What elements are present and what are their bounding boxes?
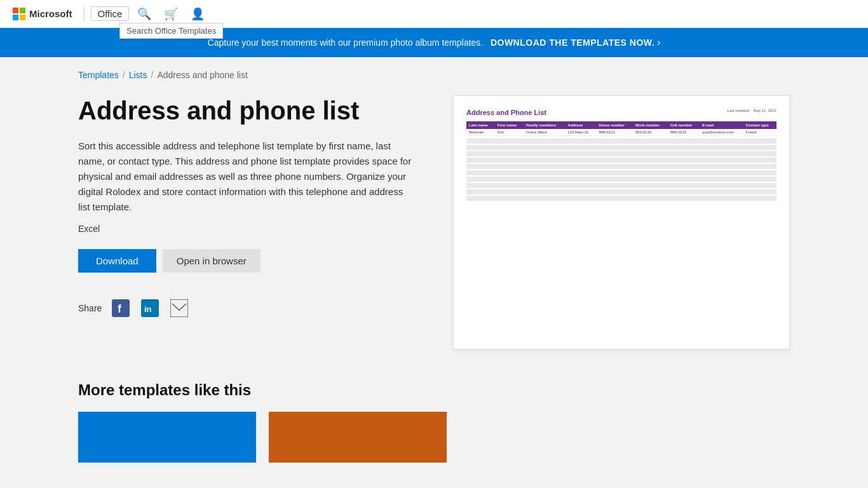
cell-cell-number: 888-0133 xyxy=(668,129,700,136)
template-preview: Address and Phone List Last updated: May… xyxy=(453,95,790,349)
col-home-number: Home number xyxy=(597,121,633,129)
more-section: More templates like this xyxy=(53,362,815,475)
header-icons: 🔍 🛒 👤 xyxy=(135,5,207,23)
more-template-thumb-1-bg xyxy=(78,412,256,463)
preview-last-updated-label: Last updated: xyxy=(727,109,750,112)
col-contact-type: Contact type xyxy=(743,121,776,129)
download-button[interactable]: Download xyxy=(78,249,156,273)
page-title: Address and phone list xyxy=(78,95,415,126)
content-left: Address and phone list Sort this accessi… xyxy=(78,95,415,318)
col-work-number: Work number xyxy=(633,121,668,129)
office-text[interactable]: Office xyxy=(91,6,130,21)
preview-empty-row xyxy=(466,158,776,163)
banner-chevron: › xyxy=(657,37,660,48)
col-email: E-mail xyxy=(700,121,743,129)
preview-empty-row xyxy=(466,164,776,169)
ms-logo-grid xyxy=(13,8,25,20)
breadcrumb-current: Address and phone list xyxy=(157,70,247,80)
description: Sort this accessible address and telepho… xyxy=(78,139,415,215)
banner-text: Capture your best moments with our premi… xyxy=(208,37,483,48)
preview-empty-row xyxy=(466,170,776,175)
more-template-thumb-2[interactable] xyxy=(269,412,447,463)
cart-icon[interactable]: 🛒 xyxy=(162,5,180,23)
col-family-members: Family members xyxy=(524,121,565,129)
share-section: Share f in xyxy=(78,298,415,318)
col-cell-number: Cell number xyxy=(668,121,700,129)
breadcrumb-sep-2: / xyxy=(151,70,154,80)
cell-family-members: Grace Ward xyxy=(524,129,565,136)
email-share-icon[interactable] xyxy=(169,298,189,318)
cell-contact-type: Friend xyxy=(743,129,776,136)
preview-table: Last name First name Family members Addr… xyxy=(466,121,776,136)
svg-text:f: f xyxy=(118,302,122,315)
microsoft-logo[interactable]: Microsoft xyxy=(13,8,72,20)
breadcrumb-lists-link[interactable]: Lists xyxy=(129,70,147,80)
action-buttons: Download Open in browser xyxy=(78,249,415,273)
preview-date-info: Last updated: May 11, 2021 xyxy=(727,109,776,112)
more-template-thumb-1[interactable] xyxy=(78,412,256,463)
preview-empty-row xyxy=(466,139,776,144)
cell-home-number: 888-0121 xyxy=(597,129,633,136)
ms-logo-text: Microsoft xyxy=(29,8,72,19)
account-icon[interactable]: 👤 xyxy=(189,5,207,23)
facebook-share-icon[interactable]: f xyxy=(111,298,131,318)
cell-work-number: 555-0133 xyxy=(633,129,668,136)
file-type: Excel xyxy=(78,224,415,234)
header-divider xyxy=(84,6,85,22)
share-label: Share xyxy=(78,303,102,313)
more-templates-row xyxy=(78,412,790,463)
main-content: Templates / Lists / Address and phone li… xyxy=(53,57,815,362)
cell-email: sue@contoso.com xyxy=(700,129,743,136)
content-area: Address and phone list Sort this accessi… xyxy=(78,95,790,349)
preview-empty-row xyxy=(466,151,776,156)
breadcrumb-sep-1: / xyxy=(123,70,125,80)
preview-empty-row xyxy=(466,196,776,201)
cell-last-name: Bowman xyxy=(466,129,495,136)
svg-text:in: in xyxy=(144,304,152,314)
preview-empty-row xyxy=(466,177,776,182)
preview-template-title: Address and Phone List xyxy=(466,109,546,116)
preview-empty-row xyxy=(466,183,776,188)
more-title: More templates like this xyxy=(78,381,790,399)
linkedin-share-icon[interactable]: in xyxy=(140,298,160,318)
more-template-thumb-2-bg xyxy=(269,412,447,463)
preview-sample-row: Bowman Ann Grace Ward 123 Main St. 888-0… xyxy=(466,129,776,136)
preview-empty-row xyxy=(466,189,776,194)
col-address: Address xyxy=(565,121,596,129)
breadcrumb-templates-link[interactable]: Templates xyxy=(78,70,119,80)
breadcrumb: Templates / Lists / Address and phone li… xyxy=(78,70,790,80)
header: Microsoft Office 🔍 🛒 👤 Search Office Tem… xyxy=(0,0,868,28)
content-right: Address and Phone List Last updated: May… xyxy=(453,95,790,349)
preview-empty-rows xyxy=(466,139,776,201)
banner-link[interactable]: DOWNLOAD THE TEMPLATES NOW. xyxy=(491,37,654,48)
svg-rect-4 xyxy=(170,299,188,317)
open-in-browser-button[interactable]: Open in browser xyxy=(163,249,261,273)
col-last-name: Last name xyxy=(466,121,495,129)
cell-address: 123 Main St. xyxy=(565,129,596,136)
preview-empty-row xyxy=(466,145,776,150)
preview-header-row: Address and Phone List Last updated: May… xyxy=(466,109,776,116)
col-first-name: First name xyxy=(495,121,524,129)
header-left: Microsoft Office 🔍 🛒 👤 xyxy=(13,5,207,23)
search-icon[interactable]: 🔍 xyxy=(135,5,153,23)
preview-last-updated-date: May 11, 2021 xyxy=(754,109,776,112)
search-tooltip: Search Office Templates xyxy=(119,23,223,39)
cell-first-name: Ann xyxy=(495,129,524,136)
preview-inner: Address and Phone List Last updated: May… xyxy=(466,109,776,201)
preview-table-header: Last name First name Family members Addr… xyxy=(466,121,776,129)
